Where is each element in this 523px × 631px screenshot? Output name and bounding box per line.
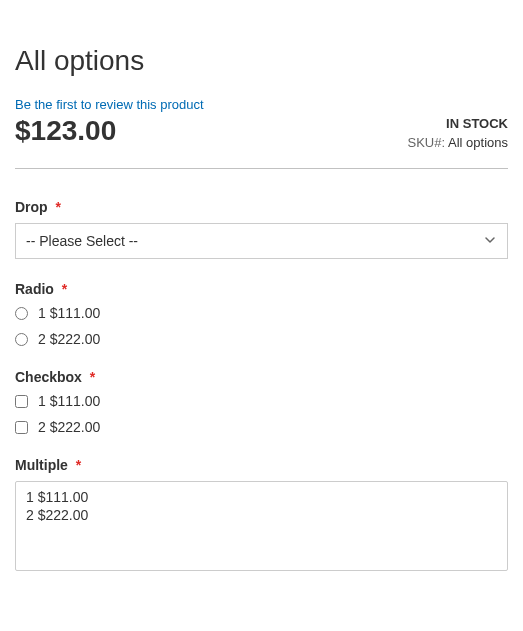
checkbox-label-1[interactable]: 1 $111.00 bbox=[38, 393, 100, 409]
price: $123.00 bbox=[15, 116, 116, 147]
field-multiple: Multiple * 1 $111.00 2 $222.00 bbox=[15, 457, 508, 572]
checkbox-label-2[interactable]: 2 $222.00 bbox=[38, 419, 100, 435]
checkbox-input-1[interactable] bbox=[15, 395, 28, 408]
checkbox-choice: 1 $111.00 bbox=[15, 393, 508, 409]
field-label-text: Multiple bbox=[15, 457, 68, 473]
radio-label-2[interactable]: 2 $222.00 bbox=[38, 331, 100, 347]
required-mark: * bbox=[76, 457, 81, 473]
sku-value-text: All options bbox=[448, 135, 508, 150]
sku-label: SKU#: bbox=[408, 135, 446, 150]
sku-line: SKU#: All options bbox=[408, 135, 508, 150]
field-drop: Drop * -- Please Select -- bbox=[15, 199, 508, 259]
multiple-select[interactable]: 1 $111.00 2 $222.00 bbox=[15, 481, 508, 571]
radio-input-1[interactable] bbox=[15, 307, 28, 320]
page-title: All options bbox=[15, 45, 508, 77]
field-label-text: Drop bbox=[15, 199, 48, 215]
field-radio-label: Radio * bbox=[15, 281, 508, 297]
field-drop-label: Drop * bbox=[15, 199, 508, 215]
field-checkbox: Checkbox * 1 $111.00 2 $222.00 bbox=[15, 369, 508, 435]
stock-status: IN STOCK bbox=[408, 116, 508, 131]
radio-choice: 2 $222.00 bbox=[15, 331, 508, 347]
radio-choice: 1 $111.00 bbox=[15, 305, 508, 321]
review-link[interactable]: Be the first to review this product bbox=[15, 97, 204, 112]
required-mark: * bbox=[62, 281, 67, 297]
required-mark: * bbox=[56, 199, 61, 215]
field-multiple-label: Multiple * bbox=[15, 457, 508, 473]
field-checkbox-label: Checkbox * bbox=[15, 369, 508, 385]
multiple-option-2[interactable]: 2 $222.00 bbox=[22, 506, 501, 524]
required-mark: * bbox=[90, 369, 95, 385]
product-info-row: $123.00 IN STOCK SKU#: All options bbox=[15, 116, 508, 169]
field-label-text: Radio bbox=[15, 281, 54, 297]
drop-select[interactable]: -- Please Select -- bbox=[15, 223, 508, 259]
radio-label-1[interactable]: 1 $111.00 bbox=[38, 305, 100, 321]
field-radio: Radio * 1 $111.00 2 $222.00 bbox=[15, 281, 508, 347]
checkbox-choice: 2 $222.00 bbox=[15, 419, 508, 435]
multiple-option-1[interactable]: 1 $111.00 bbox=[22, 488, 501, 506]
radio-input-2[interactable] bbox=[15, 333, 28, 346]
field-label-text: Checkbox bbox=[15, 369, 82, 385]
checkbox-input-2[interactable] bbox=[15, 421, 28, 434]
